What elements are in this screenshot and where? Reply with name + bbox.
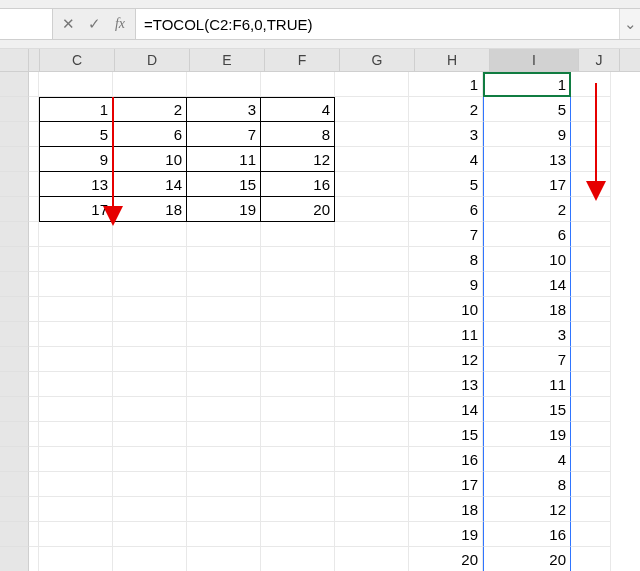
- cell[interactable]: 12: [409, 347, 483, 372]
- cell[interactable]: [29, 422, 39, 447]
- cell[interactable]: 4: [409, 147, 483, 172]
- cell[interactable]: [113, 347, 187, 372]
- cell[interactable]: [39, 347, 113, 372]
- cell[interactable]: [261, 272, 335, 297]
- cell[interactable]: [29, 97, 39, 122]
- cell[interactable]: [571, 322, 611, 347]
- cell[interactable]: [571, 422, 611, 447]
- cell[interactable]: [571, 372, 611, 397]
- cell[interactable]: 2: [483, 197, 571, 222]
- cell[interactable]: [571, 172, 611, 197]
- cell[interactable]: 18: [113, 197, 187, 222]
- cell[interactable]: 20: [261, 197, 335, 222]
- row-header[interactable]: [0, 247, 29, 272]
- row-header[interactable]: [0, 347, 29, 372]
- cell[interactable]: [29, 272, 39, 297]
- cell[interactable]: 10: [483, 247, 571, 272]
- cell[interactable]: [335, 322, 409, 347]
- row-header[interactable]: [0, 147, 29, 172]
- cell[interactable]: [335, 147, 409, 172]
- expand-formula-icon[interactable]: ⌄: [619, 9, 640, 39]
- cell[interactable]: 12: [261, 147, 335, 172]
- cell[interactable]: [571, 147, 611, 172]
- row-header[interactable]: [0, 472, 29, 497]
- cell[interactable]: 13: [483, 147, 571, 172]
- cell[interactable]: [39, 397, 113, 422]
- cell[interactable]: 11: [483, 372, 571, 397]
- cell[interactable]: [261, 372, 335, 397]
- cell[interactable]: [571, 347, 611, 372]
- col-header-F[interactable]: F: [265, 49, 340, 71]
- cell[interactable]: 14: [113, 172, 187, 197]
- cell[interactable]: [29, 297, 39, 322]
- cell[interactable]: 15: [187, 172, 261, 197]
- cell[interactable]: [113, 472, 187, 497]
- cell[interactable]: 1: [483, 72, 571, 97]
- cell[interactable]: [29, 522, 39, 547]
- cell[interactable]: [187, 272, 261, 297]
- accept-icon[interactable]: ✓: [85, 15, 103, 33]
- cell[interactable]: 17: [409, 472, 483, 497]
- row-header[interactable]: [0, 497, 29, 522]
- cell[interactable]: [113, 497, 187, 522]
- cell[interactable]: 15: [409, 422, 483, 447]
- name-box[interactable]: [0, 9, 53, 39]
- cell[interactable]: 1: [409, 72, 483, 97]
- cell[interactable]: [187, 547, 261, 571]
- cell[interactable]: 3: [409, 122, 483, 147]
- cell[interactable]: [113, 397, 187, 422]
- cell[interactable]: [335, 197, 409, 222]
- cell[interactable]: [187, 472, 261, 497]
- cell[interactable]: 1: [39, 97, 113, 122]
- cell[interactable]: [187, 447, 261, 472]
- col-header-I[interactable]: I: [490, 49, 579, 71]
- cell[interactable]: [571, 472, 611, 497]
- cell[interactable]: [187, 347, 261, 372]
- cell[interactable]: [29, 397, 39, 422]
- cell[interactable]: [335, 497, 409, 522]
- cell[interactable]: [29, 72, 39, 97]
- row-header[interactable]: [0, 422, 29, 447]
- cell[interactable]: [571, 222, 611, 247]
- cell[interactable]: 3: [187, 97, 261, 122]
- cell[interactable]: [39, 422, 113, 447]
- cell[interactable]: 14: [409, 397, 483, 422]
- cell[interactable]: 9: [409, 272, 483, 297]
- cell[interactable]: 19: [483, 422, 571, 447]
- cell[interactable]: [39, 272, 113, 297]
- cell[interactable]: 11: [187, 147, 261, 172]
- cell[interactable]: [571, 397, 611, 422]
- cell[interactable]: 10: [113, 147, 187, 172]
- cell[interactable]: [261, 322, 335, 347]
- cell[interactable]: 4: [261, 97, 335, 122]
- row-header[interactable]: [0, 97, 29, 122]
- cell[interactable]: 18: [483, 297, 571, 322]
- cell[interactable]: 17: [39, 197, 113, 222]
- cell[interactable]: [571, 297, 611, 322]
- cell[interactable]: [187, 497, 261, 522]
- row-header[interactable]: [0, 447, 29, 472]
- col-header-G[interactable]: G: [340, 49, 415, 71]
- row-header[interactable]: [0, 547, 29, 571]
- cell[interactable]: [39, 72, 113, 97]
- cell[interactable]: [39, 472, 113, 497]
- cell[interactable]: [29, 222, 39, 247]
- col-header-C[interactable]: C: [40, 49, 115, 71]
- cell[interactable]: [335, 272, 409, 297]
- cell[interactable]: [29, 372, 39, 397]
- cell[interactable]: [261, 72, 335, 97]
- cell[interactable]: 17: [483, 172, 571, 197]
- cell[interactable]: 16: [483, 522, 571, 547]
- cell[interactable]: [261, 497, 335, 522]
- row-header[interactable]: [0, 122, 29, 147]
- cell[interactable]: [261, 472, 335, 497]
- cell[interactable]: [29, 147, 39, 172]
- row-header[interactable]: [0, 72, 29, 97]
- col-header-E[interactable]: E: [190, 49, 265, 71]
- cell[interactable]: [113, 222, 187, 247]
- cell[interactable]: [39, 497, 113, 522]
- cell[interactable]: [571, 447, 611, 472]
- cell[interactable]: [571, 547, 611, 571]
- col-header-B[interactable]: [29, 49, 40, 71]
- row-header[interactable]: [0, 172, 29, 197]
